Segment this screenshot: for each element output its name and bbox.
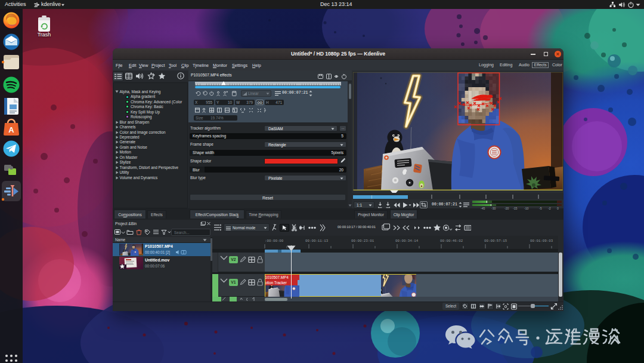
svg-text:A: A [8,125,14,134]
